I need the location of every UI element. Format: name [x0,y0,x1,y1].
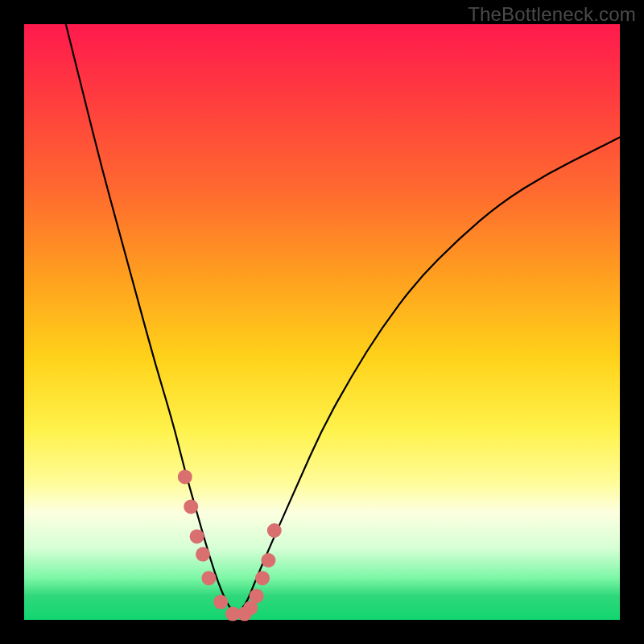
data-point [261,553,275,568]
data-point [190,529,204,543]
plot-gradient-area [24,24,620,620]
data-point [184,499,198,514]
bottleneck-curve [66,24,620,612]
data-point [178,469,192,484]
data-point [213,595,228,609]
data-point [201,571,216,585]
data-point [250,588,264,603]
data-point [267,523,282,538]
chart-frame: TheBottleneck.com [0,0,644,644]
chart-overlay [24,24,620,620]
watermark-text: TheBottleneck.com [468,3,636,26]
data-markers [178,469,282,621]
data-point [255,571,270,585]
data-point [196,547,210,562]
